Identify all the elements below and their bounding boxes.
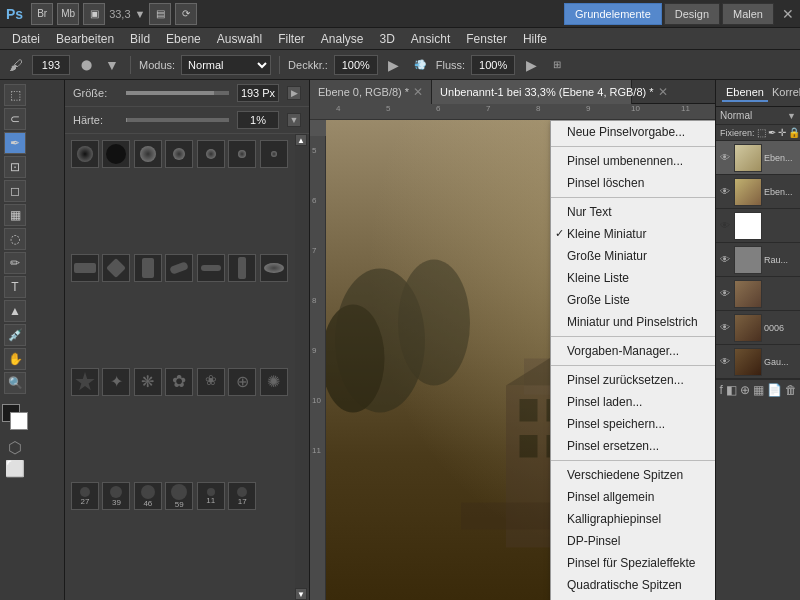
layer-eye-5[interactable]: 👁	[718, 321, 732, 335]
scroll-up[interactable]: ▲	[295, 134, 307, 146]
groesse-nav[interactable]: ▶	[287, 86, 301, 100]
new-layer-btn[interactable]: 📄	[767, 383, 782, 397]
dd-miniatur-pinselstrich[interactable]: Miniatur und Pinselstrich	[551, 311, 715, 333]
workspace-grundelemente[interactable]: Grundelemente	[564, 3, 662, 25]
dd-vorgaben-manager[interactable]: Vorgaben-Manager...	[551, 340, 715, 362]
dd-pinsel-allgemein[interactable]: Pinsel allgemein	[551, 486, 715, 508]
tab-ebenen[interactable]: Ebenen	[722, 84, 768, 102]
dd-kleine-liste[interactable]: Kleine Liste	[551, 267, 715, 289]
deckk-arrow[interactable]: ▶	[384, 55, 404, 75]
tab-0[interactable]: Ebene 0, RGB/8) * ✕	[310, 80, 432, 104]
menu-ebene[interactable]: Ebene	[158, 30, 209, 48]
layer-eye-6[interactable]: 👁	[718, 355, 732, 369]
shape-picker[interactable]: ▣	[83, 3, 105, 25]
dd-verschiedene-spitzen[interactable]: Verschiedene Spitzen	[551, 464, 715, 486]
menu-auswahl[interactable]: Auswahl	[209, 30, 270, 48]
brush-item[interactable]: 46	[134, 482, 162, 510]
dd-grosse-miniatur[interactable]: Große Miniatur	[551, 245, 715, 267]
tab-0-close[interactable]: ✕	[413, 85, 423, 99]
dd-kalligraphiepinsel[interactable]: Kalligraphiepinsel	[551, 508, 715, 530]
menu-ansicht[interactable]: Ansicht	[403, 30, 458, 48]
menu-filter[interactable]: Filter	[270, 30, 313, 48]
workspace-design[interactable]: Design	[664, 3, 720, 25]
options-expand[interactable]: ▼	[102, 55, 122, 75]
brush-item[interactable]	[71, 368, 99, 396]
layer-item-4[interactable]: 👁	[716, 277, 800, 311]
tool-eyedropper[interactable]: 💉	[4, 324, 26, 346]
brush-item[interactable]: ❀	[197, 368, 225, 396]
tool-blur[interactable]: ◌	[4, 228, 26, 250]
brush-item[interactable]: ⊕	[228, 368, 256, 396]
tool-zoom[interactable]: 🔍	[4, 372, 26, 394]
brush-item[interactable]: 17	[228, 482, 256, 510]
dd-spezialeffekte[interactable]: Pinsel für Spezialeffekte	[551, 552, 715, 574]
tool-pen[interactable]: ✏	[4, 252, 26, 274]
delete-layer-btn[interactable]: 🗑	[785, 383, 797, 397]
groesse-input[interactable]: 193 Px	[237, 84, 279, 102]
tool-brush[interactable]: ✒	[4, 132, 26, 154]
menu-datei[interactable]: Datei	[4, 30, 48, 48]
brush-item[interactable]: 59	[165, 482, 193, 510]
mini-btn[interactable]: Mb	[57, 3, 79, 25]
brush-item[interactable]: ✺	[260, 368, 288, 396]
quickmask-btn[interactable]: ⬡	[8, 438, 22, 457]
brush-size-icon[interactable]: ⬤	[76, 55, 96, 75]
tool-gradient[interactable]: ▦	[4, 204, 26, 226]
dd-grosse-liste[interactable]: Große Liste	[551, 289, 715, 311]
adjustment-btn[interactable]: ⊕	[740, 383, 750, 397]
menu-fenster[interactable]: Fenster	[458, 30, 515, 48]
dd-neue-pinselvorgabe[interactable]: Neue Pinselvorgabe...	[551, 121, 715, 143]
tool-hand[interactable]: ✋	[4, 348, 26, 370]
color-picker[interactable]	[2, 404, 28, 432]
layer-eye-0[interactable]: 👁	[718, 151, 732, 165]
haerte-input[interactable]: 1%	[237, 111, 279, 129]
view-picker[interactable]: ▤	[149, 3, 171, 25]
scroll-down[interactable]: ▼	[295, 588, 307, 600]
deckk-input[interactable]	[334, 55, 378, 75]
dd-quadratische-spitzen[interactable]: Quadratische Spitzen	[551, 574, 715, 596]
groesse-slider[interactable]	[126, 91, 229, 95]
brush-item[interactable]	[71, 254, 99, 282]
dd-dp-pinsel[interactable]: DP-Pinsel	[551, 530, 715, 552]
layer-item-5[interactable]: 👁 0006	[716, 311, 800, 345]
tool-shape[interactable]: ▲	[4, 300, 26, 322]
group-btn[interactable]: ▦	[753, 383, 764, 397]
tablet-icon[interactable]: ⊞	[547, 55, 567, 75]
canvas-content[interactable]: 5 6 7 8 9 10 11	[310, 120, 715, 600]
menu-bild[interactable]: Bild	[122, 30, 158, 48]
add-mask-btn[interactable]: ◧	[726, 383, 737, 397]
menu-3d[interactable]: 3D	[372, 30, 403, 48]
brush-item[interactable]	[134, 140, 162, 168]
haerte-nav[interactable]: ▼	[287, 113, 301, 127]
brush-item[interactable]: ✦	[102, 368, 130, 396]
dd-pinsel-umbenennen[interactable]: Pinsel umbenennen...	[551, 150, 715, 172]
brush-tool-icon[interactable]: 🖌	[6, 55, 26, 75]
tab-1-close[interactable]: ✕	[658, 85, 668, 99]
brush-item[interactable]	[197, 254, 225, 282]
tool-eraser[interactable]: ◻	[4, 180, 26, 202]
tab-1[interactable]: Unbenannt-1 bei 33,3% (Ebene 4, RGB/8) *…	[432, 80, 632, 104]
bridge-btn[interactable]: Br	[31, 3, 53, 25]
brush-item[interactable]: 39	[102, 482, 130, 510]
close-btn[interactable]: ✕	[782, 6, 794, 22]
layer-item-2[interactable]: 👁	[716, 209, 800, 243]
modus-select[interactable]: Normal	[181, 55, 271, 75]
fluss-arrow[interactable]: ▶	[521, 55, 541, 75]
dd-pinsel-speichern[interactable]: Pinsel speichern...	[551, 413, 715, 435]
brush-size-input[interactable]	[32, 55, 70, 75]
tab-korrekt[interactable]: Korrekt...	[768, 84, 800, 102]
background-color[interactable]	[10, 412, 28, 430]
workspace-malen[interactable]: Malen	[722, 3, 774, 25]
brush-item[interactable]: ✿	[165, 368, 193, 396]
layer-item-0[interactable]: 👁 Eben...	[716, 141, 800, 175]
lock-transparent[interactable]: ⬚	[757, 127, 766, 138]
brush-item[interactable]: ❋	[134, 368, 162, 396]
brush-item[interactable]	[228, 140, 256, 168]
brush-item[interactable]	[102, 254, 130, 282]
lock-all[interactable]: 🔒	[788, 127, 800, 138]
lock-brush[interactable]: ✒	[768, 127, 776, 138]
tool-marquee[interactable]: ⬚	[4, 84, 26, 106]
lock-move[interactable]: ✛	[778, 127, 786, 138]
add-style-btn[interactable]: f	[719, 383, 722, 397]
brush-item[interactable]	[228, 254, 256, 282]
